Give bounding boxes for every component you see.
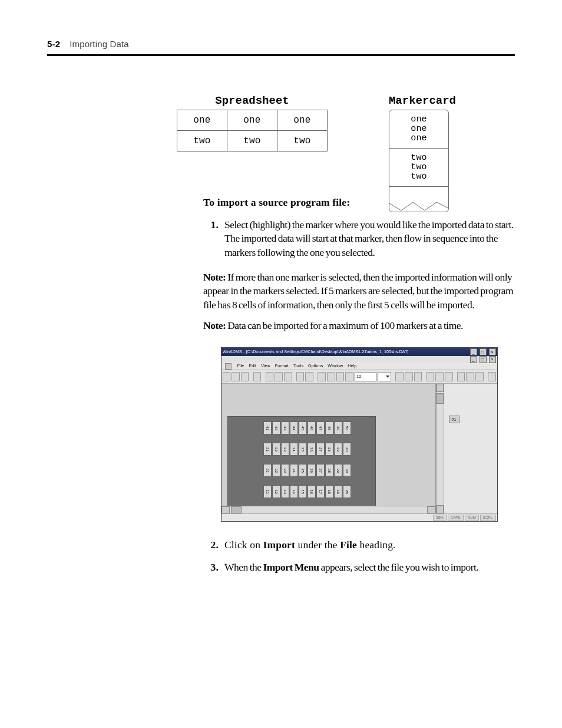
tool-save-icon[interactable] (241, 372, 249, 381)
marker[interactable]: 17 (316, 485, 325, 498)
tool-copy-icon[interactable] (275, 372, 283, 381)
marker[interactable]: 19 (334, 485, 342, 498)
mdi-close-icon[interactable]: × (489, 356, 496, 363)
cell: one (227, 110, 277, 131)
tool-redo-icon[interactable] (305, 372, 313, 381)
marker[interactable]: 43 (281, 421, 289, 434)
menu-tools[interactable]: Tools (293, 363, 303, 368)
status-scrl: SCRL (480, 515, 496, 521)
marker[interactable]: 28 (325, 464, 333, 477)
marker[interactable]: 11 (263, 485, 272, 498)
marker[interactable]: 24 (290, 464, 298, 477)
marker[interactable]: 13 (281, 485, 289, 498)
marker[interactable]: 42 (272, 421, 280, 434)
mdi-minimize-icon[interactable]: _ (470, 356, 477, 363)
zoom-combo[interactable]: 10 (355, 372, 377, 381)
menu-file[interactable]: File (237, 363, 244, 368)
scroll-thumb[interactable] (231, 506, 242, 513)
marker[interactable]: 26 (308, 464, 316, 477)
tool-preview-icon[interactable] (475, 372, 484, 381)
tool-italic-icon[interactable] (435, 372, 444, 381)
chapter-title: Importing Data (70, 39, 129, 49)
marker[interactable]: 20 (343, 485, 351, 498)
tool-underline-icon[interactable] (445, 372, 453, 381)
tool-open-icon[interactable] (232, 372, 240, 381)
menu-window[interactable]: Window (328, 363, 343, 368)
marker[interactable]: 25 (299, 464, 307, 477)
tool-new-icon[interactable] (223, 372, 231, 381)
tool-zoomfit-icon[interactable] (336, 372, 345, 381)
scroll-down-icon[interactable] (437, 505, 444, 513)
mdi-restore-icon[interactable]: ▢ (480, 356, 487, 363)
marker[interactable]: 32 (272, 443, 280, 456)
step-2: 2. Click on Import under the File headin… (203, 538, 515, 552)
tool-grid-icon[interactable] (457, 372, 465, 381)
canvas[interactable]: 41 42 43 44 45 46 47 48 49 50 (222, 384, 435, 506)
menu-format[interactable]: Format (275, 363, 289, 368)
marker[interactable]: 15 (299, 485, 307, 498)
tool-cut-icon[interactable] (266, 372, 274, 381)
vertical-scrollbar[interactable] (436, 384, 444, 513)
scroll-up-icon[interactable] (437, 384, 444, 392)
scroll-thumb[interactable] (437, 393, 444, 404)
tool-paste-icon[interactable] (284, 372, 292, 381)
tool-bold-icon[interactable] (427, 372, 435, 381)
menu-options[interactable]: Options (308, 363, 323, 368)
maximize-icon[interactable]: ▢ (480, 348, 487, 355)
minimize-icon[interactable]: _ (470, 348, 477, 355)
marker[interactable]: 37 (316, 443, 325, 456)
marker[interactable]: 46 (308, 421, 316, 434)
tool-zoomout-icon[interactable] (327, 372, 335, 381)
marker[interactable]: 27 (316, 464, 325, 477)
close-icon[interactable]: × (489, 348, 496, 355)
tool-align-right-icon[interactable] (414, 372, 422, 381)
marker[interactable]: 47 (316, 421, 325, 434)
marker[interactable]: 35 (299, 443, 307, 456)
tool-help-icon[interactable] (488, 372, 496, 381)
running-header: 5-2 Importing Data (47, 39, 515, 49)
scroll-right-icon[interactable] (427, 506, 435, 513)
marker[interactable]: 44 (290, 421, 298, 434)
marker[interactable]: 50 (343, 421, 351, 434)
tool-zoomin-icon[interactable] (318, 372, 326, 381)
marker[interactable]: 45 (299, 421, 307, 434)
marker[interactable]: 12 (272, 485, 280, 498)
marker[interactable]: 16 (308, 485, 316, 498)
marker[interactable]: 31 (263, 443, 272, 456)
marker[interactable]: 18 (325, 485, 333, 498)
marker[interactable]: 22 (272, 464, 280, 477)
marker[interactable]: 39 (334, 443, 342, 456)
markercard-line: one (411, 115, 427, 124)
menu-view[interactable]: View (261, 363, 270, 368)
marker[interactable]: 38 (325, 443, 333, 456)
scroll-left-icon[interactable] (222, 506, 230, 513)
marker[interactable]: 41 (263, 421, 272, 434)
tool-markers-icon[interactable] (466, 372, 474, 381)
tool-align-left-icon[interactable] (395, 372, 404, 381)
step-text: Click on Import under the File heading. (224, 538, 396, 552)
right-panel-label[interactable]: #1 (449, 416, 459, 423)
marker[interactable]: 40 (343, 443, 351, 456)
menu-edit[interactable]: Edit (249, 363, 256, 368)
marker[interactable]: 29 (334, 464, 342, 477)
tool-align-center-icon[interactable] (405, 372, 413, 381)
tool-zoom100-icon[interactable] (345, 372, 353, 381)
menubar: File Edit View Format Tools Options Wind… (222, 363, 497, 370)
marker[interactable]: 30 (343, 464, 351, 477)
page-number: 5-2 (47, 39, 60, 49)
marker[interactable]: 21 (263, 464, 272, 477)
marker[interactable]: 34 (290, 443, 298, 456)
marker[interactable]: 14 (290, 485, 298, 498)
note-text: If more than one marker is selected, the… (203, 271, 513, 311)
tool-print-icon[interactable] (253, 372, 262, 381)
marker[interactable]: 49 (334, 421, 342, 434)
menu-help[interactable]: Help (348, 363, 356, 368)
right-panel-content: #1 (444, 384, 497, 513)
marker[interactable]: 48 (325, 421, 333, 434)
combo-2[interactable] (378, 372, 391, 381)
marker[interactable]: 33 (281, 443, 289, 456)
marker[interactable]: 23 (281, 464, 289, 477)
marker[interactable]: 36 (308, 443, 316, 456)
horizontal-scrollbar[interactable] (222, 506, 435, 513)
tool-undo-icon[interactable] (296, 372, 305, 381)
